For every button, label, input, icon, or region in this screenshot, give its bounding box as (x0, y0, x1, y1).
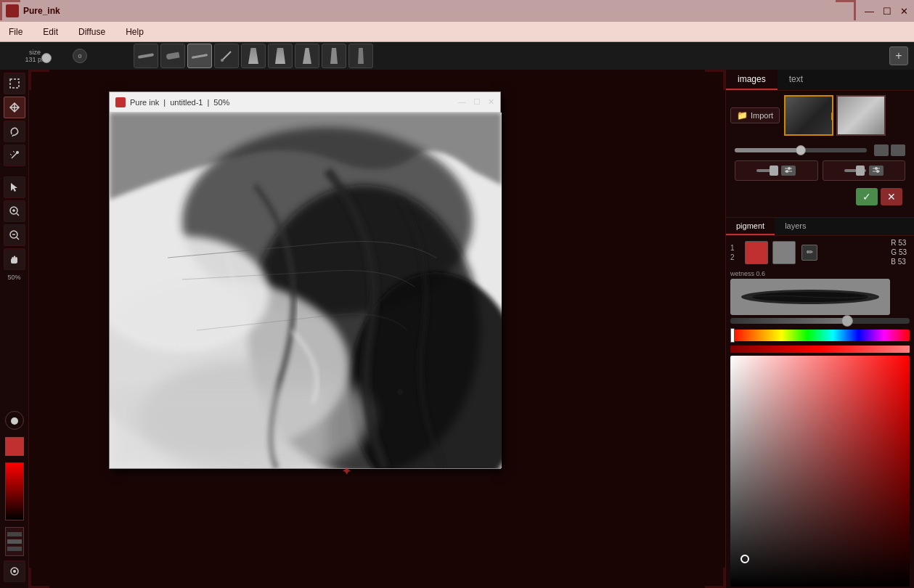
menu-bar: File Edit Diffuse Help (0, 22, 914, 42)
size-control: size 131 px (6, 49, 64, 63)
brush-tool-2[interactable] (160, 44, 185, 68)
svg-line-3 (12, 135, 13, 136)
document-titlebar: Pure ink | untitled-1 | 50% — ☐ ✕ (110, 92, 500, 113)
menu-edit[interactable]: Edit (40, 25, 61, 38)
zoom-display: 50% (0, 272, 28, 282)
svg-point-36 (876, 170, 879, 173)
tool-wand[interactable] (4, 144, 25, 166)
left-color-swatch[interactable] (5, 437, 24, 456)
document-filename: untitled-1 (170, 98, 203, 107)
tab-layers[interactable]: layers (775, 218, 816, 235)
color-swatch-red[interactable] (745, 241, 768, 264)
brush-tool-6[interactable] (268, 44, 293, 68)
tool-zoom-out[interactable] (4, 224, 25, 246)
thumbnail-1[interactable]: ▶ (784, 95, 833, 136)
document-window: Pure ink | untitled-1 | 50% — ☐ ✕ (109, 91, 501, 469)
add-button[interactable]: + (889, 46, 908, 65)
toolbar: size 131 px o (0, 42, 914, 70)
brush-tool-5[interactable] (241, 44, 266, 68)
thumbnail-2[interactable] (836, 95, 886, 136)
panel-tabs: images text (726, 70, 914, 91)
minimize-button[interactable]: — (865, 6, 874, 17)
brush-tool-9[interactable] (348, 44, 373, 68)
title-bar: Pure_ink — ☐ ✕ (0, 0, 914, 22)
close-button[interactable]: ✕ (900, 6, 908, 17)
brush-tool-4[interactable] (214, 44, 239, 68)
layer-strip[interactable] (5, 527, 24, 556)
tab-text[interactable]: text (778, 70, 815, 90)
deny-button[interactable]: ✕ (881, 188, 902, 205)
document-app-name: Pure ink (130, 98, 159, 107)
tool-lasso[interactable] (4, 121, 25, 142)
tool-pan[interactable] (4, 248, 25, 270)
painting-canvas-svg (110, 113, 502, 468)
brush-size-indicator (5, 411, 24, 430)
sliders-area: ✓ ✕ (730, 140, 910, 213)
doc-maximize[interactable]: ☐ (473, 97, 481, 107)
svg-rect-2 (10, 79, 19, 88)
tool-zoom-in[interactable] (4, 200, 25, 222)
red-swatch-strip[interactable] (730, 346, 910, 353)
app-title: Pure_ink (23, 6, 60, 16)
connect-icon (9, 565, 20, 577)
svg-point-16 (13, 570, 16, 573)
left-color-picker[interactable] (5, 462, 24, 520)
folder-icon: 📁 (737, 110, 748, 121)
bottom-tabs: pigment layers (726, 217, 914, 236)
swatch-num-1: 1 (730, 244, 739, 252)
swatch-edit-button[interactable]: ✏ (801, 245, 817, 261)
menu-file[interactable]: File (6, 25, 25, 38)
wetness-label: wetness 0.6 (726, 269, 914, 279)
zoom-level-label: 50% (7, 274, 20, 281)
document-separator: | (163, 98, 166, 107)
slider-btn-left[interactable] (735, 160, 818, 181)
doc-close[interactable]: ✕ (488, 97, 494, 107)
slider-track-1[interactable] (735, 148, 867, 152)
rgb-values: R 53 G 53 B 53 (891, 239, 910, 266)
tool-pointer[interactable] (4, 176, 25, 198)
opacity-indicator[interactable]: o (73, 49, 87, 63)
slider-button-up[interactable] (874, 144, 889, 156)
color-swatches: 1 2 ✏ (730, 241, 817, 264)
brush-tool-7[interactable] (295, 44, 319, 68)
brush-preview (730, 279, 890, 315)
tool-connect[interactable] (4, 560, 25, 582)
b-value: B 53 (891, 258, 907, 266)
canvas-deco-tl (29, 70, 49, 90)
brush-tool-1[interactable] (134, 44, 158, 68)
document-title-area: Pure ink | untitled-1 | 50% (115, 97, 229, 107)
tool-move[interactable] (4, 97, 25, 118)
slider-btn-right[interactable] (823, 160, 906, 181)
zoom-in-icon (9, 205, 20, 217)
pigment-area: 1 2 ✏ R 53 G 53 B 53 wetness 0.6 (726, 236, 914, 588)
doc-minimize[interactable]: — (458, 97, 466, 107)
lasso-icon (9, 126, 20, 137)
slider-button-down[interactable] (891, 144, 905, 156)
color-picker-square[interactable] (730, 356, 910, 587)
confirm-deny-area: ✓ ✕ (735, 185, 905, 208)
brush-tool-3[interactable] (187, 44, 212, 68)
import-button[interactable]: 📁 Import (730, 107, 780, 123)
tab-images[interactable]: images (726, 70, 778, 90)
menu-diffuse[interactable]: Diffuse (76, 25, 108, 38)
wetness-slider[interactable] (730, 318, 910, 324)
document-canvas[interactable] (110, 113, 502, 468)
svg-point-32 (786, 170, 788, 173)
color-swatch-gray[interactable] (772, 241, 796, 264)
r-value: R 53 (891, 239, 907, 247)
tool-selection[interactable] (4, 73, 25, 94)
slider-icon (783, 166, 793, 175)
document-zoom: 50% (213, 98, 229, 107)
hue-bar[interactable] (730, 330, 910, 341)
opacity-value: o (78, 52, 81, 60)
zoom-out-icon (9, 229, 20, 241)
brush-stroke-preview (730, 279, 890, 315)
menu-help[interactable]: Help (123, 25, 147, 38)
maximize-button[interactable]: ☐ (883, 6, 891, 17)
wand-icon (9, 150, 20, 161)
svg-point-26 (391, 383, 394, 386)
tab-pigment[interactable]: pigment (726, 218, 775, 235)
brush-tool-8[interactable] (322, 44, 346, 68)
confirm-button[interactable]: ✓ (856, 188, 878, 205)
move-icon (9, 102, 20, 113)
